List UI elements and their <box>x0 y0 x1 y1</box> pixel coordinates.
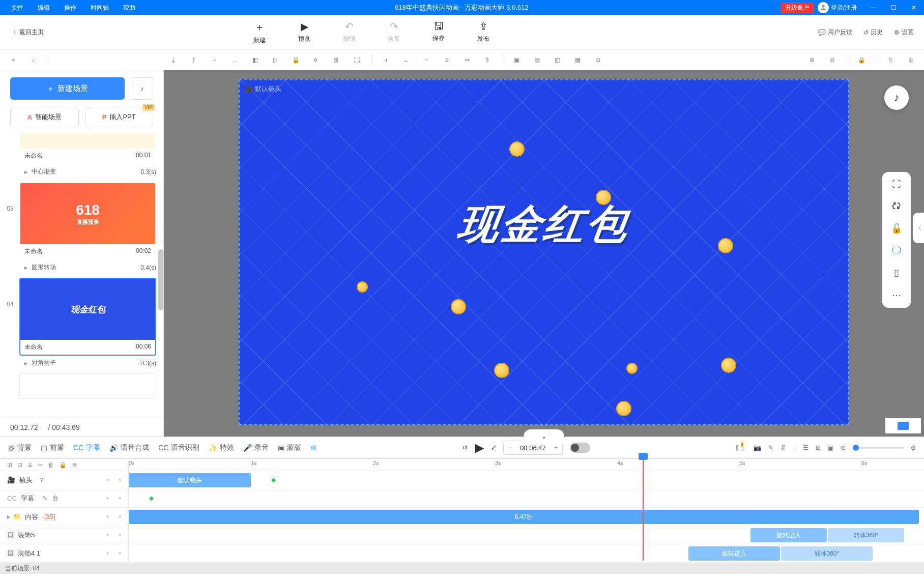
keyframe-dot[interactable]: • <box>106 476 109 484</box>
zoom-out-icon[interactable]: ⊖ <box>824 52 841 68</box>
help-icon[interactable]: ? <box>40 476 43 484</box>
maximize-button[interactable]: ☐ <box>883 0 904 15</box>
list-icon[interactable]: ☰ <box>803 444 808 451</box>
expand-panel-handle[interactable]: 〈 <box>913 213 924 243</box>
playhead-handle[interactable] <box>639 453 648 460</box>
tab-asr[interactable]: CC语音识别 <box>158 443 199 452</box>
tab-mask[interactable]: ▣蒙版 <box>278 443 301 452</box>
scene-thumbnail[interactable] <box>20 133 155 149</box>
bring-front-icon[interactable]: ▣ <box>508 52 525 68</box>
rotate-icon[interactable]: 🗘 <box>892 201 901 212</box>
insert-ppt-button[interactable]: P插入PPTVIP <box>85 107 154 127</box>
add-folder-icon[interactable]: ⊞ <box>7 461 12 469</box>
track-content[interactable]: ▸ 📁内容-[35]•• 6.47秒 <box>0 508 924 526</box>
effect-clip[interactable]: 转体360° <box>781 546 873 561</box>
upgrade-account-button[interactable]: 升级账户 <box>781 3 814 13</box>
scene-item[interactable]: 04 现金红包 未命名00:06 ▸对角格子0.3(s) <box>4 278 156 370</box>
diamond-icon[interactable]: ◆ <box>271 476 276 483</box>
delete-icon[interactable]: 🗑 <box>328 52 344 68</box>
scrollbar[interactable] <box>158 249 163 310</box>
track-camera[interactable]: 🎥镜头?•• 默认镜头◆ <box>0 471 924 489</box>
align-right-icon[interactable]: ⫟ <box>418 52 435 68</box>
scene-list[interactable]: 未命名00:01 ▸中心渐变0.3(s) 03 618直播预售 未命名00:02… <box>0 132 163 418</box>
save-button[interactable]: 🖫保存 <box>426 20 451 45</box>
camera-tool-icon[interactable]: 📷 <box>754 444 761 451</box>
tab-more[interactable]: ⊕ <box>310 444 316 452</box>
align-top-icon[interactable]: ⭱ <box>186 52 202 68</box>
ai-scene-button[interactable]: A智能场景 <box>10 107 79 127</box>
zoom-in-icon[interactable]: ⊕ <box>804 52 820 68</box>
tab-tts[interactable]: 🔊语音合成 <box>109 443 149 452</box>
trash-icon[interactable]: 🗑 <box>48 461 54 469</box>
tab-effects[interactable]: ✨特效 <box>209 443 234 452</box>
keyframe-dot[interactable]: • <box>106 513 109 520</box>
cursor-tool-icon[interactable]: ⌖ <box>5 52 21 68</box>
rewind-icon[interactable]: ↺ <box>463 444 468 451</box>
menu-help[interactable]: 帮助 <box>116 0 142 15</box>
diamond-icon[interactable]: ◆ <box>149 495 154 502</box>
scene-thumbnail[interactable]: 618直播预售 <box>20 183 155 244</box>
playhead[interactable] <box>643 459 644 561</box>
view-mode-badge[interactable] <box>885 418 921 433</box>
back-home-button[interactable]: 〈 返回主页 <box>0 28 54 37</box>
eye-icon[interactable]: 👁 <box>72 461 78 469</box>
tab-foreground[interactable]: ▤前景 <box>41 443 64 452</box>
align-left-icon[interactable]: ⫞ <box>378 52 394 68</box>
publish-button[interactable]: ⇪发布 <box>471 20 496 45</box>
edit-icon[interactable]: ✎ <box>768 444 773 451</box>
preview-button[interactable]: ▶预览 <box>292 20 316 45</box>
filter2-icon[interactable]: ⫞ <box>793 444 796 451</box>
menu-action[interactable]: 操作 <box>57 0 83 15</box>
keyframe-dot[interactable]: • <box>119 476 121 484</box>
more-icon[interactable]: ⋯ <box>892 289 901 301</box>
send-backward-icon[interactable]: ▥ <box>549 52 565 68</box>
canvas-frame[interactable]: 🎥默认镜头 现金红包 <box>239 79 849 425</box>
keyframe-dot[interactable]: • <box>106 531 109 539</box>
timeline-ruler[interactable]: 0s 1s 2s 3s 4s 5s 6s <box>129 459 924 471</box>
track-deco41[interactable]: 🖼装饰4 1•• 旋转进入 转体360° <box>0 544 924 563</box>
music-fab-button[interactable]: ♪ <box>884 85 909 110</box>
menu-edit[interactable]: 编辑 <box>31 0 57 15</box>
menu-timeline[interactable]: 时间轴 <box>83 0 116 15</box>
copy-icon[interactable]: ⎘ <box>882 52 899 68</box>
effect-clip[interactable]: 旋转进入 <box>688 546 780 561</box>
home-tool-icon[interactable]: ⌂ <box>25 52 42 68</box>
lock-aspect-icon[interactable]: 🔒 <box>287 52 304 68</box>
align-bottom-icon[interactable]: ⭳ <box>165 52 182 68</box>
canvas-area[interactable]: 🎥默认镜头 现金红包 ♪ ⛶ 🗘 🔓 🖵 ▯ ⋯ 〈 ⌄ <box>164 70 924 437</box>
unlock-icon[interactable]: 🔓 <box>891 223 902 234</box>
monitor-icon[interactable]: 🖵 <box>892 245 901 256</box>
canvas-main-text[interactable]: 现金红包 <box>454 197 633 252</box>
new-button[interactable]: ＋新建 <box>247 20 272 45</box>
tab-subtitle[interactable]: CC字幕 <box>73 443 100 452</box>
play-button[interactable]: ▶ <box>475 441 484 455</box>
close-button[interactable]: ✕ <box>904 0 924 15</box>
flip-h-icon[interactable]: ◧ <box>247 52 263 68</box>
align-vcenter-icon[interactable]: ⌿ <box>206 52 222 68</box>
edit-icon[interactable]: ✎ <box>42 495 48 502</box>
fullscreen-icon[interactable]: ⛶ <box>892 179 901 190</box>
send-back-icon[interactable]: ▦ <box>569 52 586 68</box>
distribute-h-icon[interactable]: ⇔ <box>459 52 475 68</box>
keyframe-dot[interactable]: • <box>106 549 109 557</box>
avatar-icon[interactable] <box>818 2 829 13</box>
crop-icon[interactable]: ⛶ <box>349 52 365 68</box>
track-subtitle[interactable]: CC字幕✎🗑•• ◆ <box>0 489 924 508</box>
scene-item[interactable]: 未命名00:01 ▸中心渐变0.3(s) <box>4 132 156 179</box>
minimize-button[interactable]: — <box>863 0 883 15</box>
unlock-icon[interactable]: ⭘ <box>308 52 324 68</box>
camera-clip[interactable]: 默认镜头 <box>129 473 251 487</box>
group-icon[interactable]: ⧉ <box>590 52 606 68</box>
scene-item[interactable]: 03 618直播预售 未命名00:02 ▸圆形转场0.4(s) <box>4 182 156 275</box>
track-deco5[interactable]: 🖼装饰5•• 旋转进入 转体360° <box>0 526 924 544</box>
settings-link[interactable]: ⚙设置 <box>894 28 914 37</box>
minus-button[interactable]: − <box>504 444 516 451</box>
collapse-canvas-handle[interactable]: ⌄ <box>524 429 564 444</box>
lock-icon[interactable]: 🔒 <box>59 461 67 469</box>
plus-button[interactable]: + <box>550 444 562 451</box>
collapse-icon[interactable]: ⇊ <box>27 461 33 469</box>
content-clip[interactable]: 6.47秒 <box>129 510 919 524</box>
align-justify-icon[interactable]: ≡ <box>439 52 455 68</box>
keyframe-dot[interactable]: • <box>119 495 121 502</box>
transition-row[interactable]: ▸中心渐变0.3(s) <box>4 164 156 179</box>
